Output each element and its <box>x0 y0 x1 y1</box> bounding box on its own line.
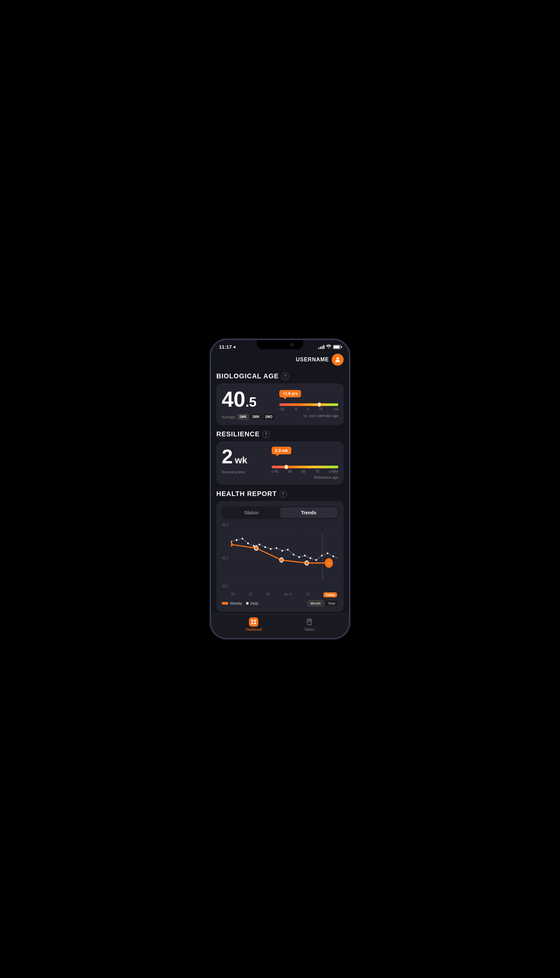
notch <box>257 340 303 349</box>
svg-point-14 <box>287 549 289 551</box>
svg-point-17 <box>304 555 306 556</box>
gauge-labels: -10 -5 0 +5 +10 <box>279 407 338 411</box>
legend-weekly: Weekly <box>222 601 242 605</box>
resilience-card: 2 wk Recovery time 2.0 wk ≤ 40 50 <box>216 442 344 485</box>
svg-point-19 <box>315 559 317 561</box>
ref-age-label: Reference age <box>272 475 338 479</box>
resilience-number: 2 wk <box>222 447 266 467</box>
svg-point-13 <box>281 550 283 552</box>
time-display: 11:17 <box>219 344 232 350</box>
tactics-icon <box>305 617 314 626</box>
svg-point-12 <box>276 547 277 549</box>
avatar[interactable] <box>332 354 344 366</box>
header: USERNAME <box>216 351 344 367</box>
svg-point-16 <box>298 556 300 558</box>
svg-point-15 <box>293 554 294 556</box>
legend-daily: Daily <box>246 601 258 605</box>
bio-age-gauge <box>279 403 338 406</box>
tab-trends[interactable]: Trends <box>280 507 337 518</box>
gauge-plus5: +5 <box>319 407 323 411</box>
wifi-icon <box>326 345 331 349</box>
health-report-card: Status Trends 45.4 42.2 39.1 <box>216 501 344 612</box>
period-month[interactable]: Month <box>307 600 324 606</box>
camera <box>291 343 294 347</box>
bio-age-gauge-area: +1.6 yrs -10 -5 0 +5 +10 vs. your calend… <box>279 389 338 418</box>
x-label-20: 20 <box>231 592 235 597</box>
svg-point-8 <box>253 545 255 547</box>
bio-age-number: 40.5 <box>222 389 274 410</box>
x-label-10: 10 <box>306 592 309 597</box>
resilience-gauge <box>272 466 338 468</box>
health-report-help-icon[interactable]: ? <box>280 490 287 498</box>
location-icon: ◀ <box>233 345 235 349</box>
period-buttons: Month Year <box>307 600 338 606</box>
svg-point-26 <box>305 561 309 565</box>
svg-point-9 <box>259 544 260 546</box>
x-label-25: 25 <box>249 592 252 597</box>
dashboard-label: Dashboard <box>246 628 262 631</box>
daily-icon <box>246 602 249 605</box>
scroll-content[interactable]: USERNAME BIOLOGICAL AGE ? <box>211 351 349 614</box>
bio-age-badge: +1.6 yrs <box>279 390 301 397</box>
chart-svg: → <box>231 523 338 590</box>
x-label-apr5: Apr 5 <box>284 592 292 597</box>
weekly-icon <box>222 602 228 605</box>
resilience-gauge-marker <box>284 465 289 469</box>
svg-point-0 <box>336 357 339 360</box>
nav-tactics[interactable]: Tactics <box>304 617 315 631</box>
period-year[interactable]: Year <box>325 600 338 606</box>
time-1wk[interactable]: 1WK <box>237 414 249 420</box>
battery-icon <box>333 345 341 349</box>
resilience-help-icon[interactable]: ? <box>262 431 270 438</box>
bio-age-value-area: 40.5 Average 1WK 2WK 1MO <box>222 389 274 420</box>
recovery-label: Recovery time <box>222 470 266 474</box>
svg-point-4 <box>231 541 232 543</box>
health-report-title: HEALTH REPORT <box>216 490 277 498</box>
resilience-gauge-area: 2.0 wk ≤ 40 50 60 70 ≥ 80yr Reference ag… <box>272 447 338 479</box>
svg-point-24 <box>254 546 258 550</box>
svg-point-11 <box>270 548 272 550</box>
tab-status[interactable]: Status <box>223 507 280 518</box>
svg-point-22 <box>332 555 334 557</box>
bio-age-help-icon[interactable]: ? <box>281 373 289 380</box>
bottom-nav: Dashboard Tactics <box>211 614 349 638</box>
bio-age-title: BIOLOGICAL AGE <box>216 372 279 380</box>
health-report-section-title: HEALTH REPORT ? <box>216 490 344 498</box>
svg-point-25 <box>280 558 283 562</box>
bio-age-whole: 40 <box>222 389 245 410</box>
avg-label: Average <box>222 415 235 419</box>
svg-point-7 <box>247 542 249 544</box>
svg-point-21 <box>327 552 328 554</box>
chart-legend: Weekly Daily Month Year <box>222 600 338 606</box>
chart-area: → <box>222 523 338 590</box>
svg-point-5 <box>236 539 238 541</box>
status-icons <box>318 345 341 349</box>
bio-age-decimal: .5 <box>245 395 256 409</box>
time-1mo[interactable]: 1MO <box>263 414 274 419</box>
daily-label: Daily <box>250 601 258 605</box>
gauge-min: -10 <box>279 407 284 411</box>
tactics-label: Tactics <box>304 628 315 631</box>
time-2wk[interactable]: 2WK <box>251 414 261 419</box>
bio-age-card: 40.5 Average 1WK 2WK 1MO +1.6 yrs <box>216 383 344 425</box>
resilience-badge: 2.0 wk <box>272 447 291 454</box>
svg-point-6 <box>242 538 243 540</box>
x-label-30: 30 <box>266 592 270 597</box>
x-label-today: Today <box>323 592 337 597</box>
health-report-tabs: Status Trends <box>222 506 338 519</box>
signal-icon <box>318 345 324 349</box>
chart-x-labels: 20 25 30 Apr 5 10 Today <box>222 592 338 597</box>
svg-point-18 <box>310 557 311 559</box>
bio-age-section-title: BIOLOGICAL AGE ? <box>216 372 344 380</box>
legend-left: Weekly Daily <box>222 601 258 605</box>
resilience-value-area: 2 wk Recovery time <box>222 447 266 479</box>
svg-point-23 <box>231 543 233 546</box>
status-time: 11:17 ◀ <box>219 344 235 350</box>
resilience-value: 2 <box>222 447 233 467</box>
nav-dashboard[interactable]: Dashboard <box>246 617 262 631</box>
gauge-marker <box>317 402 322 407</box>
bio-age-bottom: Average 1WK 2WK 1MO <box>222 414 274 420</box>
chart-container: 45.4 42.2 39.1 <box>222 523 338 597</box>
gauge-max: +10 <box>333 407 338 411</box>
weekly-label: Weekly <box>230 601 242 605</box>
